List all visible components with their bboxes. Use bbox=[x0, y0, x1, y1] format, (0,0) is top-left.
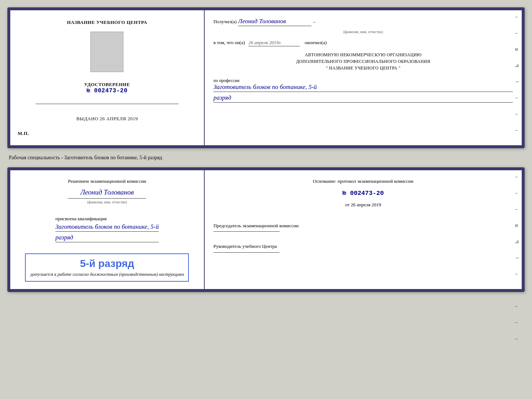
dopuskaetsya-text: допускается к работе согласно должностны… bbox=[30, 272, 184, 277]
osnovanie-block: Основание: протокол экзаменационной коми… bbox=[213, 178, 513, 212]
po-professii-label: по профессии bbox=[213, 78, 240, 83]
udostoverenie-block: УДОСТОВЕРЕНИЕ № 002473-20 bbox=[84, 82, 130, 94]
prisvoena-label: присвоена квалификация bbox=[55, 216, 107, 221]
razryad-val-top: разряд bbox=[213, 94, 513, 103]
profession-name-top: Заготовитель блоков по ботанике, 5-й bbox=[213, 83, 513, 92]
vertical-dashes-top: – – и ,а ← – – – bbox=[515, 14, 520, 133]
bottom-doc-left: Решением экзаменационной комиссии Леонид… bbox=[10, 170, 205, 289]
bottom-doc-right: Основание: протокол экзаменационной коми… bbox=[205, 170, 522, 289]
ot-label: от bbox=[345, 202, 349, 207]
top-doc-left: НАЗВАНИЕ УЧЕБНОГО ЦЕНТРА УДОСТОВЕРЕНИЕ №… bbox=[10, 10, 205, 145]
predsedatel-label: Председатель экзаменационной комиссии bbox=[213, 222, 513, 229]
resheniem-name: Леонид Толованов bbox=[68, 187, 146, 199]
proto-number: № 002473-20 bbox=[213, 188, 513, 198]
rukovoditel-block: Руководитель учебного Центра bbox=[213, 243, 513, 253]
vtom-line: в том, что он(а) 26 апреля 2019г. окончи… bbox=[213, 40, 513, 46]
training-center-label: НАЗВАНИЕ УЧЕБНОГО ЦЕНТРА bbox=[67, 19, 147, 26]
predsedatel-block: Председатель экзаменационной комиссии bbox=[213, 222, 513, 233]
top-doc-right: Получил(а) Леонид Толованов – (фамилия, … bbox=[205, 10, 522, 145]
dopuskaetsya-work-text: работе согласно должностным (производств… bbox=[58, 272, 184, 277]
vydano-date: 26 апреля 2019 bbox=[100, 116, 138, 121]
vertical-dashes-bottom: – – – и ,а ← – – – – – bbox=[515, 174, 520, 342]
resheniem-label: Решением экзаменационной комиссии bbox=[68, 178, 146, 184]
prisvoena-profession: Заготовитель блоков по ботанике, 5-й bbox=[55, 223, 159, 232]
po-professii-block: по профессии Заготовитель блоков по бота… bbox=[213, 78, 513, 103]
vtom-label: в том, что он(а) bbox=[213, 40, 245, 45]
bottom-document: Решением экзаменационной комиссии Леонид… bbox=[7, 167, 525, 292]
osnovanie-label: Основание: протокол экзаменационной коми… bbox=[213, 178, 513, 185]
photo-placeholder bbox=[90, 32, 123, 72]
ot-date-block: от 26 апреля 2019 bbox=[213, 201, 513, 209]
predsedatel-sig-line bbox=[213, 231, 280, 232]
rukovoditel-sig-line bbox=[213, 252, 280, 253]
udostoverenie-number: № 002473-20 bbox=[84, 88, 130, 94]
ot-date: 26 апреля 2019 bbox=[351, 202, 381, 207]
poluchil-name: Леонид Толованов bbox=[238, 18, 312, 26]
razryad-big: 5-й разряд bbox=[30, 258, 184, 270]
org-line3: " НАЗВАНИЕ УЧЕБНОГО ЦЕНТРА " bbox=[213, 65, 513, 71]
razryad-bottom: разряд bbox=[55, 234, 159, 242]
poluchil-line: Получил(а) Леонид Толованов – bbox=[213, 18, 513, 26]
prisvoena-block: присвоена квалификация Заготовитель блок… bbox=[55, 216, 159, 242]
poluchil-label: Получил(а) bbox=[213, 19, 237, 25]
dopuskaetsya-box: 5-й разряд допускается к работе согласно… bbox=[25, 253, 189, 282]
vtom-date: 26 апреля 2019г. bbox=[248, 40, 300, 46]
top-document: НАЗВАНИЕ УЧЕБНОГО ЦЕНТРА УДОСТОВЕРЕНИЕ №… bbox=[7, 7, 525, 148]
org-line2: ДОПОЛНИТЕЛЬНОГО ПРОФЕССИОНАЛЬНОГО ОБРАЗО… bbox=[213, 58, 513, 65]
fio-caption-bottom: (фамилия, имя, отчество) bbox=[68, 199, 146, 205]
vydano-block: Выдано 26 апреля 2019 bbox=[76, 116, 138, 122]
page-wrapper: НАЗВАНИЕ УЧЕБНОГО ЦЕНТРА УДОСТОВЕРЕНИЕ №… bbox=[7, 7, 525, 292]
mp-label: М.П. bbox=[18, 128, 29, 136]
udostoverenie-title: УДОСТОВЕРЕНИЕ bbox=[84, 82, 130, 88]
org-block: АВТОНОМНУЮ НЕКОММЕРЧЕСКУЮ ОРГАНИЗАЦИЮ ДО… bbox=[213, 51, 513, 71]
okonchil-label: окончил(а) bbox=[305, 40, 327, 45]
vydano-label: Выдано bbox=[76, 116, 98, 121]
org-line1: АВТОНОМНУЮ НЕКОММЕРЧЕСКУЮ ОРГАНИЗАЦИЮ bbox=[213, 51, 513, 58]
subtitle-text: Рабочая специальность - Заготовитель бло… bbox=[7, 155, 525, 161]
resheniem-block: Решением экзаменационной комиссии Леонид… bbox=[68, 178, 146, 205]
dopuskaetsya-label: допускается к bbox=[30, 272, 56, 277]
fio-caption-top: (фамилия, имя, отчество) bbox=[213, 30, 513, 34]
rukovoditel-label: Руководитель учебного Центра bbox=[213, 243, 513, 250]
